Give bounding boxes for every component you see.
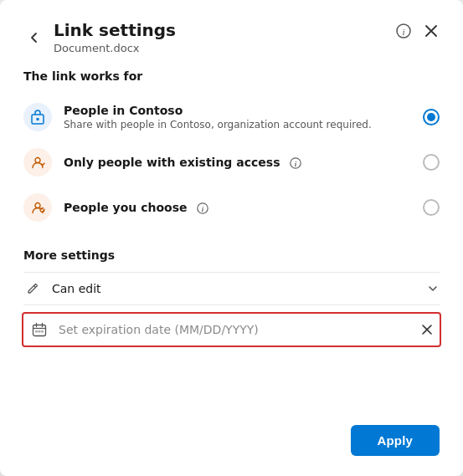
- svg-text:i: i: [202, 205, 204, 213]
- svg-rect-14: [41, 330, 44, 333]
- person-access-icon: [23, 148, 52, 177]
- link-settings-dialog: Link settings Document.docx i The link w…: [0, 0, 463, 476]
- option-contoso[interactable]: People in Contoso Share with people in C…: [23, 95, 440, 140]
- svg-rect-3: [37, 118, 39, 120]
- expiry-date-label[interactable]: Set expiration date (MM/DD/YYYY): [59, 323, 411, 336]
- svg-point-7: [35, 203, 40, 208]
- close-button[interactable]: [423, 23, 440, 39]
- chevron-down-icon[interactable]: [426, 282, 440, 295]
- can-edit-label: Can edit: [52, 282, 416, 295]
- apply-button[interactable]: Apply: [351, 425, 440, 456]
- existing-access-title: Only people with existing access i: [64, 156, 411, 170]
- existing-access-info-icon[interactable]: i: [287, 156, 301, 169]
- link-options: People in Contoso Share with people in C…: [23, 95, 440, 230]
- people-choose-title: People you choose i: [64, 201, 411, 215]
- svg-rect-12: [35, 330, 38, 333]
- dialog-title: Link settings: [54, 20, 176, 40]
- calendar-icon: [30, 322, 49, 337]
- dialog-footer: Apply: [23, 408, 440, 456]
- settings-rows: Can edit Set expiration date (MM/DD/Y: [23, 272, 440, 347]
- existing-access-text: Only people with existing access i: [64, 156, 411, 170]
- svg-rect-13: [39, 330, 41, 333]
- svg-point-4: [35, 158, 40, 163]
- contoso-radio-inner: [427, 113, 435, 121]
- svg-text:i: i: [295, 160, 297, 168]
- can-edit-row[interactable]: Can edit: [23, 272, 440, 305]
- contoso-title: People in Contoso: [64, 104, 411, 117]
- expiry-close-icon[interactable]: [421, 324, 433, 335]
- link-works-for-label: The link works for: [23, 69, 440, 83]
- people-choose-info-icon[interactable]: i: [194, 202, 208, 214]
- option-existing-access[interactable]: Only people with existing access i: [23, 140, 440, 185]
- header-actions: i: [394, 22, 440, 40]
- people-choose-radio[interactable]: [423, 199, 440, 216]
- person-choose-icon: [23, 193, 52, 222]
- contoso-radio[interactable]: [423, 109, 440, 125]
- dialog-subtitle: Document.docx: [54, 42, 176, 54]
- header-left: Link settings Document.docx: [23, 20, 176, 54]
- info-button[interactable]: i: [394, 22, 413, 40]
- option-people-choose[interactable]: People you choose i: [23, 185, 440, 230]
- more-settings-label: More settings: [23, 248, 440, 262]
- title-block: Link settings Document.docx: [54, 20, 176, 54]
- back-button[interactable]: [23, 28, 45, 47]
- contoso-text: People in Contoso Share with people in C…: [64, 104, 411, 131]
- existing-access-radio[interactable]: [423, 154, 440, 171]
- svg-text:i: i: [402, 27, 404, 37]
- people-choose-text: People you choose i: [64, 201, 411, 215]
- contoso-desc: Share with people in Contoso, organizati…: [64, 119, 411, 131]
- dialog-header: Link settings Document.docx i: [23, 20, 440, 54]
- edit-icon: [23, 282, 42, 295]
- set-expiration-row[interactable]: Set expiration date (MM/DD/YYYY): [22, 312, 441, 347]
- building-icon: [23, 103, 52, 131]
